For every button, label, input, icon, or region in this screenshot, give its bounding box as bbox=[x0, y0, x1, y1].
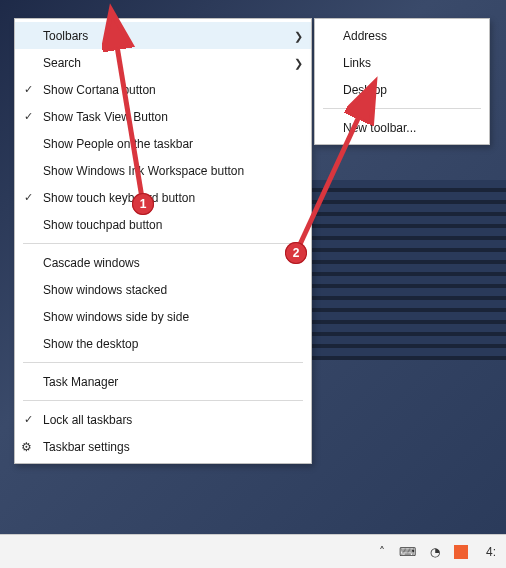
app-icon[interactable] bbox=[454, 545, 468, 559]
submenu-item-desktop[interactable]: Desktop bbox=[315, 76, 489, 103]
menu-item-label: Show touch keyboard button bbox=[43, 191, 301, 205]
annotation-badge-1: 1 bbox=[132, 193, 154, 215]
check-icon: ✓ bbox=[21, 83, 35, 97]
menu-item-label: Show People on the taskbar bbox=[43, 137, 301, 151]
menu-item-show-people[interactable]: Show People on the taskbar bbox=[15, 130, 311, 157]
menu-item-label: Task Manager bbox=[43, 375, 301, 389]
menu-separator bbox=[23, 362, 303, 363]
annotation-badge-2: 2 bbox=[285, 242, 307, 264]
check-icon: ✓ bbox=[21, 191, 35, 205]
keyboard-icon[interactable]: ⌨ bbox=[399, 545, 416, 559]
menu-item-label: Desktop bbox=[343, 83, 479, 97]
menu-item-task-manager[interactable]: Task Manager bbox=[15, 368, 311, 395]
menu-item-label: Address bbox=[343, 29, 479, 43]
menu-separator bbox=[323, 108, 481, 109]
menu-item-label: Links bbox=[343, 56, 479, 70]
menu-item-label: Search bbox=[43, 56, 301, 70]
menu-item-show-touch-keyboard[interactable]: ✓ Show touch keyboard button bbox=[15, 184, 311, 211]
menu-separator bbox=[23, 243, 303, 244]
submenu-item-links[interactable]: Links bbox=[315, 49, 489, 76]
menu-item-label: Show Cortana button bbox=[43, 83, 301, 97]
chevron-right-icon: ❯ bbox=[294, 56, 303, 69]
menu-item-taskbar-settings[interactable]: ⚙ Taskbar settings bbox=[15, 433, 311, 460]
menu-item-label: Lock all taskbars bbox=[43, 413, 301, 427]
menu-item-show-task-view[interactable]: ✓ Show Task View Button bbox=[15, 103, 311, 130]
menu-item-label: Show Task View Button bbox=[43, 110, 301, 124]
menu-separator bbox=[23, 400, 303, 401]
taskbar[interactable]: ˄ ⌨ ◔ 4: bbox=[0, 534, 506, 568]
menu-item-show-touchpad[interactable]: Show touchpad button bbox=[15, 211, 311, 238]
menu-item-label: New toolbar... bbox=[343, 121, 479, 135]
tray-overflow-icon[interactable]: ˄ bbox=[379, 545, 385, 559]
toolbars-submenu: Address Links Desktop New toolbar... bbox=[314, 18, 490, 145]
menu-item-stacked[interactable]: Show windows stacked bbox=[15, 276, 311, 303]
menu-item-label: Show touchpad button bbox=[43, 218, 301, 232]
taskbar-clock[interactable]: 4: bbox=[482, 545, 500, 559]
menu-item-cascade-windows[interactable]: Cascade windows bbox=[15, 249, 311, 276]
submenu-item-new-toolbar[interactable]: New toolbar... bbox=[315, 114, 489, 141]
menu-item-lock-taskbars[interactable]: ✓ Lock all taskbars bbox=[15, 406, 311, 433]
menu-item-label: Show windows stacked bbox=[43, 283, 301, 297]
menu-item-search[interactable]: Search ❯ bbox=[15, 49, 311, 76]
menu-item-label: Show Windows Ink Workspace button bbox=[43, 164, 301, 178]
chevron-right-icon: ❯ bbox=[294, 29, 303, 42]
menu-item-show-ink-workspace[interactable]: Show Windows Ink Workspace button bbox=[15, 157, 311, 184]
annotation-badge-label: 2 bbox=[293, 246, 300, 260]
submenu-item-address[interactable]: Address bbox=[315, 22, 489, 49]
menu-item-show-desktop[interactable]: Show the desktop bbox=[15, 330, 311, 357]
check-icon: ✓ bbox=[21, 413, 35, 427]
taskbar-context-menu: Toolbars ❯ Search ❯ ✓ Show Cortana butto… bbox=[14, 18, 312, 464]
menu-item-label: Show the desktop bbox=[43, 337, 301, 351]
gear-icon: ⚙ bbox=[21, 440, 32, 454]
menu-item-side-by-side[interactable]: Show windows side by side bbox=[15, 303, 311, 330]
menu-item-label: Cascade windows bbox=[43, 256, 301, 270]
system-tray: ˄ ⌨ ◔ 4: bbox=[379, 545, 500, 559]
menu-item-label: Show windows side by side bbox=[43, 310, 301, 324]
annotation-badge-label: 1 bbox=[140, 197, 147, 211]
menu-item-label: Toolbars bbox=[43, 29, 301, 43]
menu-item-label: Taskbar settings bbox=[43, 440, 301, 454]
menu-item-show-cortana[interactable]: ✓ Show Cortana button bbox=[15, 76, 311, 103]
wifi-icon[interactable]: ◔ bbox=[430, 545, 440, 559]
menu-item-toolbars[interactable]: Toolbars ❯ bbox=[15, 22, 311, 49]
check-icon: ✓ bbox=[21, 110, 35, 124]
